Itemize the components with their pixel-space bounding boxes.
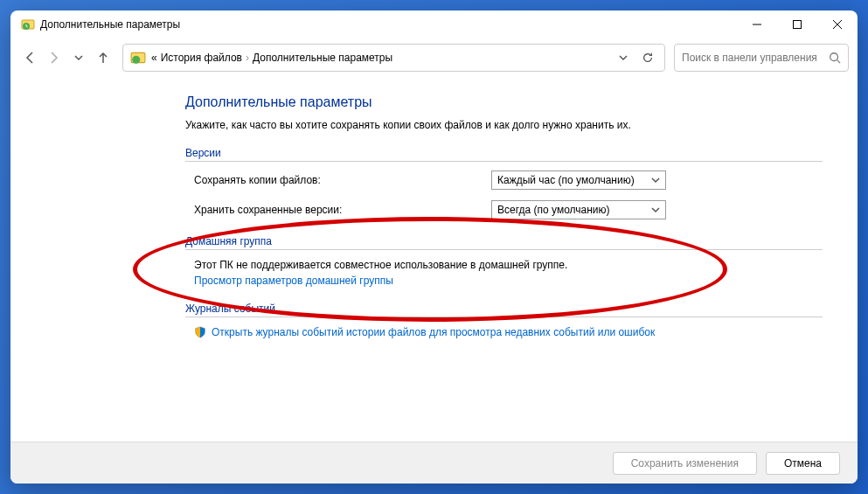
recent-button[interactable] (68, 47, 89, 68)
homegroup-group: Домашняя группа Этот ПК не поддерживаетс… (185, 235, 823, 287)
shield-icon (194, 326, 206, 338)
svg-line-9 (837, 60, 841, 64)
chevron-down-icon (651, 176, 660, 184)
navigation-bar: « История файлов › Дополнительные параме… (10, 38, 858, 77)
save-copies-value: Каждый час (по умолчанию) (497, 174, 635, 186)
search-input[interactable] (682, 52, 829, 64)
breadcrumb: « История файлов › Дополнительные параме… (151, 52, 608, 64)
address-bar[interactable]: « История файлов › Дополнительные параме… (122, 44, 665, 72)
file-history-icon (21, 17, 35, 31)
page-title: Дополнительные параметры (185, 94, 823, 110)
file-history-icon (130, 50, 146, 66)
homegroup-heading: Домашняя группа (185, 235, 823, 250)
maximize-button[interactable] (777, 10, 817, 38)
cancel-button[interactable]: Отмена (766, 452, 840, 475)
footer: Сохранить изменения Отмена (10, 442, 858, 484)
refresh-button[interactable] (638, 48, 657, 67)
save-copies-dropdown[interactable]: Каждый час (по умолчанию) (491, 170, 666, 190)
window-title: Дополнительные параметры (40, 18, 737, 31)
keep-versions-label: Хранить сохраненные версии: (185, 204, 491, 216)
svg-point-8 (830, 53, 838, 61)
breadcrumb-item[interactable]: История файлов (161, 52, 242, 64)
versions-heading: Версии (185, 147, 823, 162)
breadcrumb-prefix: « (151, 52, 157, 64)
forward-button[interactable] (44, 47, 65, 68)
close-button[interactable] (817, 10, 858, 38)
address-dropdown-button[interactable] (614, 48, 633, 67)
back-button[interactable] (19, 47, 40, 68)
up-button[interactable] (93, 47, 114, 68)
homegroup-text: Этот ПК не поддерживается совместное исп… (185, 259, 823, 271)
window-frame: Дополнительные параметры « История файло… (10, 10, 858, 484)
keep-versions-value: Всегда (по умолчанию) (497, 204, 610, 216)
titlebar[interactable]: Дополнительные параметры (10, 10, 858, 38)
svg-rect-3 (794, 21, 802, 29)
search-icon (829, 52, 841, 64)
chevron-right-icon: › (246, 52, 249, 64)
homegroup-link[interactable]: Просмотр параметров домашней группы (185, 275, 823, 287)
svg-point-7 (132, 56, 140, 64)
page-subtitle: Укажите, как часто вы хотите сохранять к… (185, 119, 823, 131)
save-button[interactable]: Сохранить изменения (613, 452, 757, 475)
eventlog-heading: Журналы событий (185, 303, 823, 317)
eventlog-group: Журналы событий Открыть журналы событий … (185, 303, 823, 338)
breadcrumb-item[interactable]: Дополнительные параметры (253, 52, 392, 64)
chevron-down-icon (651, 205, 660, 214)
search-box[interactable] (674, 44, 849, 72)
minimize-button[interactable] (737, 10, 777, 38)
keep-versions-dropdown[interactable]: Всегда (по умолчанию) (491, 200, 666, 219)
eventlog-link[interactable]: Открыть журналы событий истории файлов д… (185, 326, 823, 338)
versions-group: Версии Сохранять копии файлов: Каждый ча… (185, 147, 823, 219)
content-area: Дополнительные параметры Укажите, как ча… (10, 77, 858, 442)
save-copies-label: Сохранять копии файлов: (185, 174, 491, 186)
